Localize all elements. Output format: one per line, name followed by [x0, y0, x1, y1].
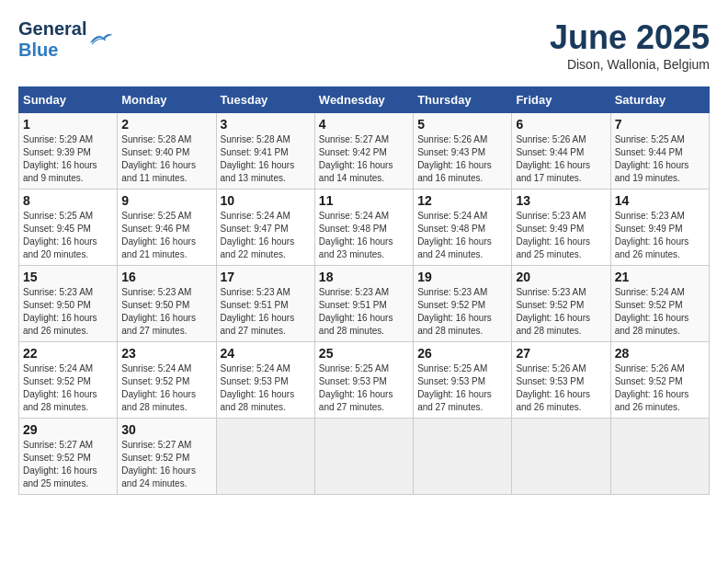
day-number: 7 — [615, 117, 705, 132]
day-info: Sunrise: 5:23 AM Sunset: 9:52 PM Dayligh… — [516, 286, 606, 338]
day-number: 23 — [121, 346, 211, 361]
calendar-cell — [610, 419, 709, 495]
day-info: Sunrise: 5:27 AM Sunset: 9:52 PM Dayligh… — [23, 439, 113, 490]
calendar-cell: 13Sunrise: 5:23 AM Sunset: 9:49 PM Dayli… — [512, 190, 610, 266]
calendar-cell: 14Sunrise: 5:23 AM Sunset: 9:49 PM Dayli… — [610, 190, 709, 266]
day-info: Sunrise: 5:24 AM Sunset: 9:48 PM Dayligh… — [417, 210, 507, 261]
day-info: Sunrise: 5:27 AM Sunset: 9:42 PM Dayligh… — [319, 133, 409, 185]
day-number: 8 — [23, 193, 113, 208]
calendar-cell: 19Sunrise: 5:23 AM Sunset: 9:52 PM Dayli… — [414, 266, 512, 342]
day-info: Sunrise: 5:23 AM Sunset: 9:51 PM Dayligh… — [221, 286, 311, 338]
day-info: Sunrise: 5:23 AM Sunset: 9:50 PM Dayligh… — [23, 286, 113, 338]
day-number: 9 — [121, 193, 211, 208]
month-title: June 2025 — [550, 18, 710, 57]
calendar-cell: 2Sunrise: 5:28 AM Sunset: 9:40 PM Daylig… — [118, 113, 216, 190]
day-number: 28 — [615, 346, 705, 361]
logo-bird-icon — [86, 29, 114, 51]
calendar-cell: 8Sunrise: 5:25 AM Sunset: 9:45 PM Daylig… — [19, 190, 118, 266]
day-number: 19 — [417, 270, 507, 284]
day-number: 22 — [23, 346, 113, 361]
col-header-monday: Monday — [118, 87, 216, 113]
day-number: 18 — [319, 270, 409, 284]
calendar-cell: 25Sunrise: 5:25 AM Sunset: 9:53 PM Dayli… — [314, 342, 413, 419]
day-info: Sunrise: 5:28 AM Sunset: 9:41 PM Dayligh… — [221, 133, 311, 185]
day-number: 24 — [221, 346, 311, 361]
calendar-cell — [314, 419, 413, 495]
day-info: Sunrise: 5:24 AM Sunset: 9:53 PM Dayligh… — [221, 362, 311, 414]
day-info: Sunrise: 5:24 AM Sunset: 9:52 PM Dayligh… — [23, 362, 113, 414]
calendar-week-3: 15Sunrise: 5:23 AM Sunset: 9:50 PM Dayli… — [19, 266, 710, 342]
day-info: Sunrise: 5:23 AM Sunset: 9:50 PM Dayligh… — [121, 286, 211, 338]
day-number: 12 — [417, 193, 507, 208]
calendar-cell: 3Sunrise: 5:28 AM Sunset: 9:41 PM Daylig… — [216, 113, 314, 190]
day-info: Sunrise: 5:25 AM Sunset: 9:46 PM Dayligh… — [121, 210, 211, 261]
day-number: 3 — [221, 117, 311, 132]
calendar-cell: 10Sunrise: 5:24 AM Sunset: 9:47 PM Dayli… — [216, 190, 314, 266]
calendar-cell — [414, 419, 512, 495]
day-info: Sunrise: 5:29 AM Sunset: 9:39 PM Dayligh… — [23, 133, 113, 185]
calendar-cell: 5Sunrise: 5:26 AM Sunset: 9:43 PM Daylig… — [414, 113, 512, 190]
day-info: Sunrise: 5:25 AM Sunset: 9:53 PM Dayligh… — [417, 362, 507, 414]
col-header-wednesday: Wednesday — [314, 87, 413, 113]
day-number: 2 — [121, 117, 211, 132]
calendar-cell: 24Sunrise: 5:24 AM Sunset: 9:53 PM Dayli… — [216, 342, 314, 419]
day-number: 21 — [615, 270, 705, 284]
calendar-week-4: 22Sunrise: 5:24 AM Sunset: 9:52 PM Dayli… — [19, 342, 710, 419]
calendar-cell: 6Sunrise: 5:26 AM Sunset: 9:44 PM Daylig… — [512, 113, 610, 190]
day-info: Sunrise: 5:24 AM Sunset: 9:47 PM Dayligh… — [221, 210, 311, 261]
day-number: 11 — [319, 193, 409, 208]
day-info: Sunrise: 5:26 AM Sunset: 9:43 PM Dayligh… — [417, 133, 507, 185]
day-number: 30 — [121, 422, 211, 437]
calendar-cell: 4Sunrise: 5:27 AM Sunset: 9:42 PM Daylig… — [314, 113, 413, 190]
calendar-cell: 7Sunrise: 5:25 AM Sunset: 9:44 PM Daylig… — [610, 113, 709, 190]
calendar-week-5: 29Sunrise: 5:27 AM Sunset: 9:52 PM Dayli… — [19, 419, 710, 495]
day-number: 26 — [417, 346, 507, 361]
day-number: 15 — [23, 270, 113, 284]
col-header-tuesday: Tuesday — [216, 87, 314, 113]
calendar-cell: 1Sunrise: 5:29 AM Sunset: 9:39 PM Daylig… — [19, 113, 118, 190]
calendar-cell: 17Sunrise: 5:23 AM Sunset: 9:51 PM Dayli… — [216, 266, 314, 342]
logo: General Blue — [18, 18, 114, 61]
day-number: 4 — [319, 117, 409, 132]
day-number: 25 — [319, 346, 409, 361]
calendar-week-1: 1Sunrise: 5:29 AM Sunset: 9:39 PM Daylig… — [19, 113, 710, 190]
col-header-sunday: Sunday — [19, 87, 118, 113]
col-header-thursday: Thursday — [414, 87, 512, 113]
calendar-cell: 16Sunrise: 5:23 AM Sunset: 9:50 PM Dayli… — [118, 266, 216, 342]
calendar-cell: 15Sunrise: 5:23 AM Sunset: 9:50 PM Dayli… — [19, 266, 118, 342]
day-number: 16 — [121, 270, 211, 284]
header-row: SundayMondayTuesdayWednesdayThursdayFrid… — [19, 87, 710, 113]
day-info: Sunrise: 5:24 AM Sunset: 9:52 PM Dayligh… — [121, 362, 211, 414]
calendar-cell: 11Sunrise: 5:24 AM Sunset: 9:48 PM Dayli… — [314, 190, 413, 266]
calendar-table: SundayMondayTuesdayWednesdayThursdayFrid… — [18, 86, 710, 495]
day-number: 10 — [221, 193, 311, 208]
calendar-cell: 27Sunrise: 5:26 AM Sunset: 9:53 PM Dayli… — [512, 342, 610, 419]
calendar-cell: 21Sunrise: 5:24 AM Sunset: 9:52 PM Dayli… — [610, 266, 709, 342]
day-info: Sunrise: 5:25 AM Sunset: 9:45 PM Dayligh… — [23, 210, 113, 261]
day-info: Sunrise: 5:27 AM Sunset: 9:52 PM Dayligh… — [121, 439, 211, 490]
day-info: Sunrise: 5:25 AM Sunset: 9:44 PM Dayligh… — [615, 133, 705, 185]
calendar-cell — [512, 419, 610, 495]
day-info: Sunrise: 5:26 AM Sunset: 9:53 PM Dayligh… — [516, 362, 606, 414]
day-number: 13 — [516, 193, 606, 208]
day-number: 27 — [516, 346, 606, 361]
calendar-cell: 22Sunrise: 5:24 AM Sunset: 9:52 PM Dayli… — [19, 342, 118, 419]
day-number: 6 — [516, 117, 606, 132]
day-info: Sunrise: 5:24 AM Sunset: 9:52 PM Dayligh… — [615, 286, 705, 338]
day-info: Sunrise: 5:25 AM Sunset: 9:53 PM Dayligh… — [319, 362, 409, 414]
day-info: Sunrise: 5:23 AM Sunset: 9:49 PM Dayligh… — [516, 210, 606, 261]
col-header-friday: Friday — [512, 87, 610, 113]
day-number: 1 — [23, 117, 113, 132]
day-info: Sunrise: 5:24 AM Sunset: 9:48 PM Dayligh… — [319, 210, 409, 261]
day-info: Sunrise: 5:26 AM Sunset: 9:52 PM Dayligh… — [615, 362, 705, 414]
day-info: Sunrise: 5:26 AM Sunset: 9:44 PM Dayligh… — [516, 133, 606, 185]
logo-text: General Blue — [18, 18, 86, 61]
day-info: Sunrise: 5:28 AM Sunset: 9:40 PM Dayligh… — [121, 133, 211, 185]
day-info: Sunrise: 5:23 AM Sunset: 9:52 PM Dayligh… — [417, 286, 507, 338]
calendar-cell: 28Sunrise: 5:26 AM Sunset: 9:52 PM Dayli… — [610, 342, 709, 419]
day-info: Sunrise: 5:23 AM Sunset: 9:51 PM Dayligh… — [319, 286, 409, 338]
calendar-cell: 12Sunrise: 5:24 AM Sunset: 9:48 PM Dayli… — [414, 190, 512, 266]
calendar-cell: 23Sunrise: 5:24 AM Sunset: 9:52 PM Dayli… — [118, 342, 216, 419]
day-info: Sunrise: 5:23 AM Sunset: 9:49 PM Dayligh… — [615, 210, 705, 261]
calendar-cell: 20Sunrise: 5:23 AM Sunset: 9:52 PM Dayli… — [512, 266, 610, 342]
